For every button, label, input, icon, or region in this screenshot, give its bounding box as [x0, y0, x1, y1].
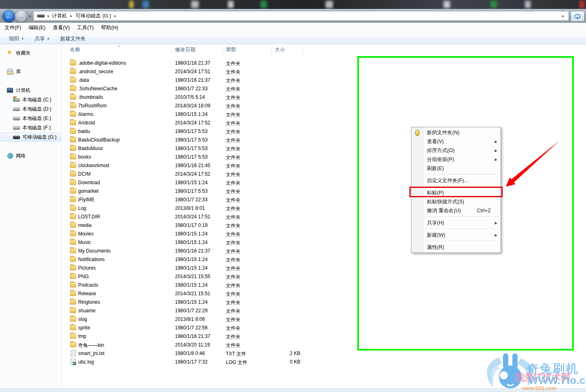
file-row[interactable]: Pictures 1980/1/15 1:24 文件夹: [62, 264, 380, 272]
context-menu-item-icon: [414, 232, 420, 238]
file-row[interactable]: ubc.log 1980/1/17 7:32 LOG 文件 0 KB: [62, 358, 380, 366]
context-menu-item[interactable]: 粘贴快捷方式(S): [411, 197, 501, 206]
column-header[interactable]: 名称: [62, 44, 172, 55]
sidebar-item[interactable]: 收藏夹: [1, 48, 61, 57]
file-date-modified: 1980/1/8 0:46: [175, 351, 205, 356]
file-type: 文件夹: [226, 240, 241, 246]
file-row[interactable]: 奇兔——bin 2014/3/20 11:19 文件夹: [62, 341, 380, 349]
file-type: 文件夹: [226, 94, 241, 101]
file-row[interactable]: BaiduCloudBackup 1980/1/17 5:53 文件夹: [62, 136, 380, 144]
column-header[interactable]: 修改日期: [172, 44, 223, 55]
breadcrumb-item[interactable]: 计算机: [50, 13, 70, 20]
breadcrumb-item[interactable]: 可移动磁盘 (G:): [73, 13, 114, 20]
context-menu-item[interactable]: 排序方式(O) ▶: [411, 146, 501, 155]
file-row[interactable]: Release 2014/3/21 15:51 文件夹: [62, 290, 380, 298]
file-row[interactable]: Alarms 1980/1/15 1:24 文件夹: [62, 110, 380, 119]
file-row[interactable]: .adobe-digital-editions 1980/1/16 21:37 …: [62, 59, 380, 68]
file-row[interactable]: shuame 1980/1/7 22:29 文件夹: [62, 307, 380, 315]
file-row[interactable]: smart_jni.txt 1980/1/8 0:46 TXT 文件 2 KB: [62, 349, 380, 358]
file-row[interactable]: sprite 1980/1/7 22:56 文件夹: [62, 324, 380, 332]
context-menu-item[interactable]: 查看(V) ▶: [411, 137, 501, 146]
file-row[interactable]: media 1980/1/17 0:19 文件夹: [62, 221, 380, 230]
file-row[interactable]: clockworkmod 1980/1/16 21:45 文件夹: [62, 161, 380, 170]
back-button[interactable]: ←: [2, 10, 15, 22]
command-bar-item[interactable]: 新建文件夹: [60, 35, 88, 42]
file-date-modified: 1980/1/17 5:53: [175, 137, 208, 143]
context-menu-item[interactable]: [411, 215, 501, 218]
recent-pages-dropdown-icon[interactable]: ▼: [28, 15, 32, 18]
forward-button[interactable]: →: [15, 10, 27, 22]
column-header[interactable]: 大小: [272, 44, 303, 55]
file-name: iFlyIME: [78, 197, 94, 203]
sidebar-item[interactable]: 本地磁盘 (D:): [1, 105, 61, 113]
sidebar-item[interactable]: 本地磁盘 (E:): [1, 114, 61, 123]
context-menu-item[interactable]: 刷新(E): [411, 164, 501, 173]
menu-bar-item[interactable]: 编辑(E): [25, 24, 49, 31]
sidebar-item[interactable]: 可移动磁盘 (G:): [1, 133, 61, 142]
file-row[interactable]: Notifications 1980/1/15 1:24 文件夹: [62, 255, 380, 264]
file-row[interactable]: Android 2014/3/24 17:52 文件夹: [62, 119, 380, 127]
chevron-down-icon: ▼: [47, 37, 50, 40]
file-row[interactable]: Music 1980/1/15 1:24 文件夹: [62, 238, 380, 247]
sidebar-item[interactable]: 本地磁盘 (F:): [1, 123, 61, 132]
file-name: 奇兔——bin: [78, 342, 104, 349]
menu-bar-item[interactable]: 工具(T): [73, 24, 97, 31]
file-row[interactable]: DCIM 2014/3/24 17:52 文件夹: [62, 170, 380, 179]
sidebar-item[interactable]: 计算机: [1, 86, 61, 95]
file-row[interactable]: baidu 1980/1/17 5:53 文件夹: [62, 127, 380, 136]
menu-bar-item[interactable]: 文件(F): [1, 24, 25, 31]
file-name: Pictures: [78, 265, 96, 271]
file-row[interactable]: Ringtones 1980/1/15 1:24 文件夹: [62, 298, 380, 307]
context-menu-item[interactable]: 自定义文件夹(F)...: [411, 176, 501, 185]
file-row[interactable]: 7toRushRom 2014/3/24 18:09 文件夹: [62, 102, 380, 110]
address-dropdown-icon[interactable]: ▼: [561, 15, 564, 18]
context-menu-item[interactable]: [411, 227, 501, 231]
context-menu-item[interactable]: 新建(W) ▶: [411, 231, 501, 240]
file-row[interactable]: books 1980/1/17 5:53 文件夹: [62, 153, 380, 161]
file-date-modified: 1980/1/17 7:32: [175, 359, 208, 365]
context-menu-item[interactable]: 共享(H) ▶: [411, 218, 501, 227]
file-type: 文件夹: [226, 333, 241, 340]
file-name: BaiduCloudBackup: [78, 137, 120, 143]
file-row[interactable]: My Documents 1980/1/16 21:37 文件夹: [62, 247, 380, 255]
command-bar-item[interactable]: 共享 ▼: [35, 35, 50, 42]
file-name: Log: [78, 205, 86, 211]
file-row[interactable]: slog 2013/8/1 8:06 文件夹: [62, 315, 380, 324]
file-row[interactable]: .thumbnails 2010/7/5 5:14 文件夹: [62, 93, 380, 102]
context-menu-item-label: 分组依据(P): [427, 156, 454, 163]
file-row[interactable]: LOST.DIR 2014/3/24 17:51 文件夹: [62, 213, 380, 221]
context-menu-item[interactable]: 分组依据(P) ▶: [411, 155, 501, 164]
sidebar-item[interactable]: 网络: [1, 151, 61, 160]
sidebar-item[interactable]: 库: [1, 67, 61, 76]
file-row[interactable]: Log 2013/8/1 8:01 文件夹: [62, 204, 380, 213]
file-row[interactable]: Download 1980/1/15 1:24 文件夹: [62, 179, 380, 187]
file-type: 文件夹: [226, 231, 241, 238]
file-icon: [70, 128, 76, 134]
file-row[interactable]: .android_secure 2014/3/24 17:51 文件夹: [62, 68, 380, 76]
file-row[interactable]: iFlyIME 1980/1/7 22:33 文件夹: [62, 196, 380, 204]
column-header[interactable]: 类型: [223, 44, 272, 55]
file-row[interactable]: Movies 1980/1/15 1:24 文件夹: [62, 230, 380, 238]
file-row[interactable]: gomarket 1980/1/17 5:53 文件夹: [62, 187, 380, 196]
command-bar-item[interactable]: 组织 ▼: [9, 35, 24, 42]
file-row[interactable]: .SohuNewsCache 1980/1/7 22:33 文件夹: [62, 85, 380, 93]
context-menu-item[interactable]: 新的文件夹(N): [411, 128, 501, 137]
refresh-button[interactable]: [571, 11, 584, 22]
file-row[interactable]: PNG 2014/3/21 15:55 文件夹: [62, 272, 380, 281]
sidebar-item[interactable]: 本地磁盘 (C:): [1, 95, 61, 104]
menu-bar-item[interactable]: 查看(V): [49, 24, 74, 31]
context-menu-item[interactable]: [411, 173, 501, 176]
context-menu-item[interactable]: 撤消 重命名(U) Ctrl+Z: [411, 206, 501, 215]
context-menu-item[interactable]: 属性(R): [411, 243, 501, 252]
forward-arrow-icon: →: [18, 13, 24, 20]
file-row[interactable]: Podcasts 1980/1/15 1:24 文件夹: [62, 281, 380, 290]
file-icon: [70, 77, 76, 83]
file-row[interactable]: .data 1980/1/16 21:37 文件夹: [62, 76, 380, 85]
file-name: 7toRushRom: [78, 103, 107, 109]
desktop-icon-blur: [326, 1, 333, 8]
menu-bar-item[interactable]: 帮助(H): [97, 24, 122, 31]
context-menu-item[interactable]: [411, 240, 501, 243]
address-bar[interactable]: ▸ 计算机 ▸ 可移动磁盘 (G:) ▸ ▼: [33, 11, 569, 21]
file-row[interactable]: tmp 1980/1/16 21:37 文件夹: [62, 332, 380, 341]
file-row[interactable]: BaiduMusic 1980/1/17 5:53 文件夹: [62, 144, 380, 153]
